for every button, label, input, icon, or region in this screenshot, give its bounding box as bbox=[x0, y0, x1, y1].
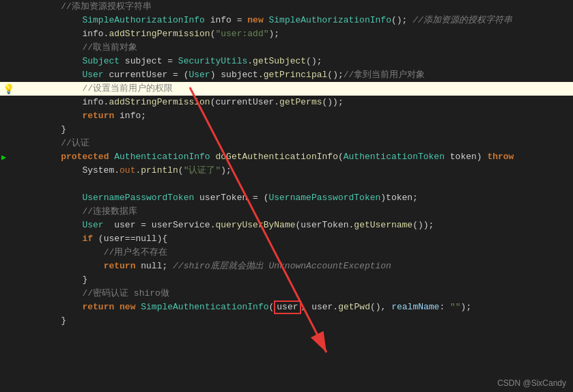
code-line: //取当前对象 bbox=[0, 41, 573, 55]
line-gutter bbox=[0, 137, 34, 150]
line-content: } bbox=[34, 314, 573, 328]
line-gutter bbox=[0, 219, 34, 232]
code-line: } bbox=[0, 273, 573, 287]
line-content: } bbox=[34, 273, 573, 287]
line-gutter bbox=[0, 96, 34, 109]
code-line: //连接数据库 bbox=[0, 205, 573, 219]
line-gutter: ▶ bbox=[0, 150, 34, 164]
line-content: protected AuthenticationInfo doGetAuthen… bbox=[34, 150, 573, 164]
line-content: return info; bbox=[34, 109, 573, 123]
line-content: //取当前对象 bbox=[34, 41, 573, 55]
line-gutter bbox=[0, 205, 34, 219]
code-line: //添加资源授权字符串 bbox=[0, 0, 573, 14]
line-content: //认证 bbox=[34, 137, 573, 150]
code-line: return info; bbox=[0, 109, 573, 123]
line-content: SimpleAuthorizationInfo info = new Simpl… bbox=[34, 14, 573, 27]
code-line: 💡 //设置当前用户的权限 bbox=[0, 82, 573, 96]
line-content: User currentUser = (User) subject.getPri… bbox=[34, 68, 573, 82]
line-gutter bbox=[0, 300, 34, 314]
line-content: UsernamePasswordToken userToken = (Usern… bbox=[34, 191, 573, 205]
line-gutter bbox=[0, 68, 34, 82]
code-line: if (user==null){ bbox=[0, 232, 573, 246]
line-content: System.out.println("认证了"); bbox=[34, 164, 573, 178]
line-content bbox=[34, 178, 573, 191]
line-content: info.addStringPermission("user:add"); bbox=[34, 27, 573, 41]
code-line bbox=[0, 178, 573, 191]
code-line: UsernamePasswordToken userToken = (Usern… bbox=[0, 191, 573, 205]
code-line: System.out.println("认证了"); bbox=[0, 164, 573, 178]
line-gutter bbox=[0, 273, 34, 287]
code-line: SimpleAuthorizationInfo info = new Simpl… bbox=[0, 14, 573, 27]
line-gutter bbox=[0, 260, 34, 273]
line-content: //密码认证 shiro做 bbox=[34, 287, 573, 300]
line-content: //设置当前用户的权限 bbox=[34, 82, 573, 96]
line-gutter bbox=[0, 164, 34, 178]
line-content: return null; //shiro底层就会抛出 UnknownAccoun… bbox=[34, 260, 573, 273]
code-line: User currentUser = (User) subject.getPri… bbox=[0, 68, 573, 82]
code-line: User user = userService.queryUserByName(… bbox=[0, 219, 573, 232]
line-gutter bbox=[0, 191, 34, 205]
code-line: return null; //shiro底层就会抛出 UnknownAccoun… bbox=[0, 260, 573, 273]
line-gutter bbox=[0, 178, 34, 191]
line-gutter bbox=[0, 232, 34, 246]
code-line: Subject subject = SecurityUtils.getSubje… bbox=[0, 55, 573, 68]
line-content: if (user==null){ bbox=[34, 232, 573, 246]
line-content: Subject subject = SecurityUtils.getSubje… bbox=[34, 55, 573, 68]
line-gutter bbox=[0, 123, 34, 137]
code-line: //用户名不存在 bbox=[0, 246, 573, 260]
line-content: //用户名不存在 bbox=[34, 246, 573, 260]
code-line: return new SimpleAuthenticationInfo(user… bbox=[0, 300, 573, 314]
code-line: //认证 bbox=[0, 137, 573, 150]
line-content: info.addStringPermission(currentUser.get… bbox=[34, 96, 573, 109]
breakpoint-arrow-icon: ▶ bbox=[1, 152, 6, 163]
watermark: CSDN @SixCandy bbox=[497, 378, 566, 388]
code-line: ▶ protected AuthenticationInfo doGetAuth… bbox=[0, 150, 573, 164]
line-content: } bbox=[34, 123, 573, 137]
code-line: } bbox=[0, 314, 573, 328]
line-content: User user = userService.queryUserByName(… bbox=[34, 219, 573, 232]
code-area: //添加资源授权字符串 SimpleAuthorizationInfo info… bbox=[0, 0, 573, 392]
line-content: return new SimpleAuthenticationInfo(user… bbox=[34, 300, 573, 314]
code-line: } bbox=[0, 123, 573, 137]
line-gutter bbox=[0, 314, 34, 328]
line-gutter bbox=[0, 27, 34, 41]
line-gutter bbox=[0, 109, 34, 123]
code-line: info.addStringPermission("user:add"); bbox=[0, 27, 573, 41]
line-gutter bbox=[0, 41, 34, 55]
line-gutter bbox=[0, 14, 34, 27]
line-gutter bbox=[0, 55, 34, 68]
bulb-icon: 💡 bbox=[3, 83, 14, 95]
line-content: //添加资源授权字符串 bbox=[34, 0, 573, 14]
line-gutter: 💡 bbox=[0, 82, 34, 96]
line-gutter bbox=[0, 287, 34, 300]
line-gutter bbox=[0, 0, 34, 14]
code-line: //密码认证 shiro做 bbox=[0, 287, 573, 300]
line-content: //连接数据库 bbox=[34, 205, 573, 219]
editor-container: //添加资源授权字符串 SimpleAuthorizationInfo info… bbox=[0, 0, 573, 392]
line-gutter bbox=[0, 246, 34, 260]
code-line: info.addStringPermission(currentUser.get… bbox=[0, 96, 573, 109]
